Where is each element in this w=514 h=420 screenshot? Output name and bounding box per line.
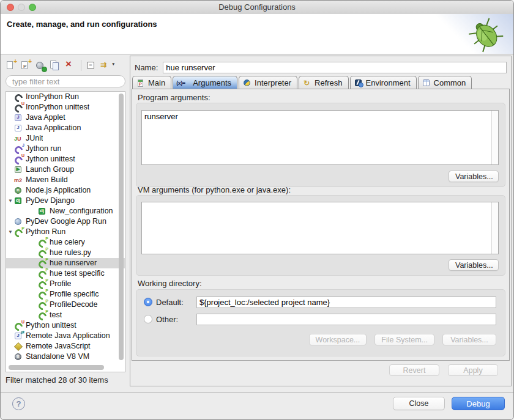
- apply-button[interactable]: Apply: [448, 364, 498, 376]
- arguments-icon: (x)=: [177, 79, 190, 87]
- nodejs-icon: n: [14, 186, 23, 195]
- tree-item[interactable]: ▼djPyDev Django: [6, 196, 125, 206]
- tree-item[interactable]: Ptest: [6, 310, 125, 320]
- title-bar[interactable]: Debug Configurations: [1, 1, 513, 15]
- vm-arguments-group: Variables...: [136, 195, 505, 276]
- tree-item-label: Remote Java Application: [26, 331, 110, 341]
- textarea-scroll-track[interactable]: [491, 111, 498, 164]
- tab-label: Main: [148, 78, 165, 87]
- configurations-toolbar: +P+×−⇉▾: [6, 58, 115, 73]
- other-radio[interactable]: [144, 315, 152, 323]
- tree-item-label: hue rules.py: [50, 248, 91, 258]
- tree-item[interactable]: Phue rules.py: [6, 248, 125, 258]
- expand-twisty-icon[interactable]: ▼: [8, 196, 13, 206]
- help-button[interactable]: ?: [12, 397, 25, 410]
- tree-item[interactable]: ▼PPython Run: [6, 227, 125, 237]
- default-radio[interactable]: [144, 298, 152, 306]
- tree-item-label: New_configuration: [50, 206, 113, 216]
- tree-item[interactable]: IronPython Run: [6, 92, 125, 102]
- refresh-icon: ↻: [303, 79, 312, 87]
- tree-item[interactable]: J⇄Remote Java Application: [6, 331, 125, 341]
- duplicate-icon[interactable]: [50, 60, 61, 72]
- tree-item[interactable]: JUJUnit: [6, 133, 125, 144]
- tree-item-label: ProfileDecode: [50, 300, 98, 310]
- tree-item[interactable]: Remote JavaScript: [6, 341, 125, 352]
- tab-environment[interactable]: Environment: [350, 76, 417, 89]
- environment-icon: [354, 79, 363, 87]
- tree-item-label: IronPython unittest: [26, 102, 89, 112]
- jython-unittest-icon: U: [14, 155, 23, 164]
- file-system-button[interactable]: File System...: [374, 334, 434, 345]
- launch-group-icon: ▶: [14, 166, 23, 174]
- tree-item[interactable]: PProfile specific: [6, 289, 125, 300]
- tab-label: Environment: [366, 78, 411, 87]
- textarea-scroll-track[interactable]: [491, 202, 498, 254]
- tree-item[interactable]: 8Standalone V8 VM: [6, 352, 125, 362]
- tree-item-label: hue runserver: [50, 258, 97, 268]
- tree-item[interactable]: UJython unittest: [6, 154, 125, 164]
- delete-icon[interactable]: ×: [64, 60, 76, 72]
- tab-main[interactable]: PMain: [132, 76, 171, 89]
- tree-vertical-scrollbar[interactable]: [119, 94, 124, 360]
- tree-item[interactable]: JJava Applet: [6, 112, 125, 123]
- new-prototype-icon[interactable]: P+: [20, 60, 32, 72]
- tree-item-label: Profile specific: [50, 289, 99, 300]
- configurations-tree[interactable]: IronPython RunUIronPython unittestJJava …: [6, 91, 125, 372]
- tree-item-label: Java Application: [26, 123, 81, 133]
- tree-item[interactable]: Phue celery: [6, 237, 125, 248]
- tree-item[interactable]: PyDev Google App Run: [6, 216, 125, 227]
- jython-run-icon: J: [14, 145, 23, 153]
- tree-item[interactable]: PProfileDecode: [6, 300, 125, 310]
- main-icon: P: [136, 79, 146, 87]
- toolbar-separator: [81, 60, 81, 71]
- tab-refresh[interactable]: ↻Refresh: [299, 76, 349, 89]
- debug-button[interactable]: Debug: [452, 397, 505, 410]
- vm-arguments-textarea[interactable]: [142, 202, 491, 254]
- tree-item[interactable]: JJython run: [6, 144, 125, 154]
- tab-label: Refresh: [315, 78, 343, 87]
- tree-item[interactable]: nNode.js Application: [6, 185, 125, 196]
- debug-bug-icon: [467, 17, 505, 53]
- program-variables-button[interactable]: Variables...: [449, 171, 499, 182]
- close-button[interactable]: Close: [393, 397, 445, 410]
- tree-item[interactable]: ▶Launch Group: [6, 164, 125, 175]
- default-directory-input[interactable]: [196, 297, 496, 308]
- expand-twisty-icon[interactable]: ▼: [8, 227, 13, 237]
- workspace-button[interactable]: Workspace...: [309, 334, 367, 345]
- export-configurations-icon[interactable]: [35, 60, 47, 72]
- vm-variables-button[interactable]: Variables...: [449, 259, 499, 271]
- tree-item[interactable]: UIronPython unittest: [6, 102, 125, 112]
- tree-horizontal-scrollbar[interactable]: [9, 365, 104, 370]
- tree-item-label: Python Run: [26, 227, 65, 237]
- tab-arguments[interactable]: (x)=Arguments: [173, 76, 237, 89]
- tree-item[interactable]: Phue runserver: [6, 258, 125, 268]
- name-label: Name:: [135, 63, 158, 72]
- program-arguments-textarea[interactable]: runserver: [142, 111, 491, 164]
- filter-icon[interactable]: ⇉▾: [100, 60, 112, 72]
- name-input[interactable]: [163, 62, 507, 73]
- tree-item[interactable]: JJava Application: [6, 123, 125, 133]
- remote-js-icon: [14, 342, 23, 351]
- tree-item-label: Jython run: [26, 144, 61, 154]
- collapse-all-icon[interactable]: −: [86, 60, 97, 72]
- interpreter-icon: [243, 79, 252, 87]
- program-arguments-group: runserver Variables...: [136, 103, 505, 187]
- tree-item[interactable]: m2Maven Build: [6, 175, 125, 185]
- tab-label: Common: [434, 78, 466, 87]
- tree-item[interactable]: Phue test specific: [6, 268, 125, 279]
- tree-item[interactable]: UPython unittest: [6, 320, 125, 331]
- revert-button[interactable]: Revert: [389, 364, 439, 376]
- tab-common[interactable]: Common: [418, 76, 472, 89]
- tab-label: Arguments: [193, 78, 231, 87]
- tree-item-label: Profile: [50, 279, 71, 289]
- tree-item-label: JUnit: [26, 133, 43, 144]
- tree-item[interactable]: djNew_configuration: [6, 206, 125, 216]
- tree-item[interactable]: PProfile: [6, 279, 125, 289]
- new-configuration-icon[interactable]: +: [6, 60, 17, 72]
- tab-interpreter[interactable]: Interpreter: [239, 76, 297, 89]
- pydev-django-icon: dj: [38, 207, 47, 216]
- tree-item-label: hue celery: [50, 237, 85, 248]
- other-directory-input[interactable]: [196, 314, 496, 325]
- variables-button[interactable]: Variables...: [442, 334, 496, 345]
- filter-input[interactable]: [6, 75, 125, 87]
